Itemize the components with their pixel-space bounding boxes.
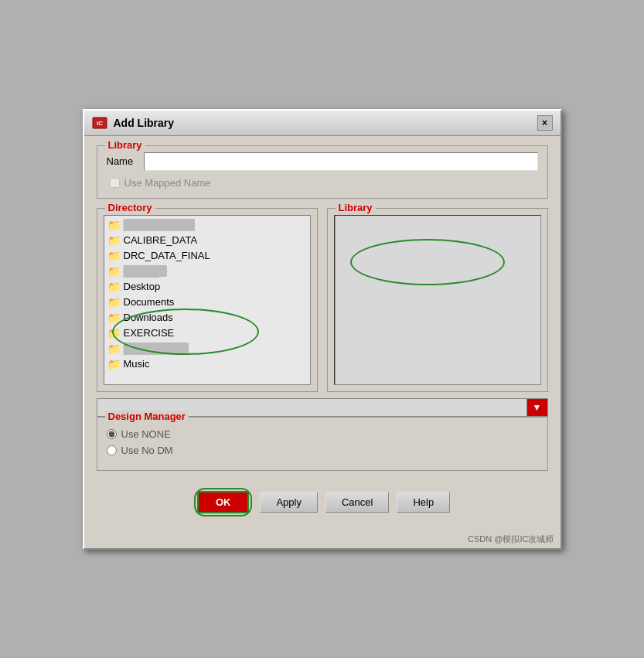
library-pane-label: Library — [336, 202, 376, 213]
folder-icon: 📁 — [107, 327, 121, 339]
use-none-radio[interactable] — [107, 429, 117, 439]
use-mapped-name-row: Use Mapped Name — [110, 177, 538, 189]
dialog-body: Library Name Use Mapped Name Directory — [84, 136, 561, 532]
dialog-title: Add Library — [114, 117, 175, 129]
list-item[interactable]: 📁 Desktop — [104, 279, 310, 295]
close-button[interactable]: × — [537, 115, 553, 131]
divider — [335, 216, 336, 384]
filename: CALIBRE_DATA — [124, 234, 198, 246]
library-section-label: Library — [105, 139, 145, 151]
list-item[interactable]: 📁 EXERCISE — [104, 326, 310, 341]
title-bar: IC Add Library × — [84, 111, 561, 136]
directory-file-list[interactable]: 📁 ██████████ 📁 CALIBRE_DATA 📁 DRC_DATA_F… — [104, 215, 311, 385]
directory-label: Directory — [105, 202, 155, 213]
list-item[interactable]: 📁 Downloads — [104, 310, 310, 326]
app-icon: IC — [92, 115, 107, 131]
folder-icon: 📁 — [107, 234, 121, 247]
library-name-input[interactable] — [144, 152, 538, 171]
help-button[interactable]: Help — [397, 492, 450, 513]
use-no-dm-radio[interactable] — [107, 445, 117, 455]
library-pane[interactable] — [334, 215, 541, 385]
folder-icon: 📁 — [107, 343, 121, 355]
library-oval-annotation — [350, 239, 505, 285]
apply-button[interactable]: Apply — [260, 492, 318, 513]
filename: Desktop — [124, 281, 161, 292]
ok-button[interactable]: OK — [197, 491, 250, 513]
use-none-label: Use NONE — [121, 428, 171, 440]
design-manager-label: Design Manager — [105, 411, 189, 422]
list-item[interactable]: 📁 ██████████ — [104, 217, 310, 233]
blurred-filename: ████████ – — [124, 343, 189, 354]
blurred-filename: █████ – — [124, 265, 168, 277]
cancel-button[interactable]: Cancel — [325, 492, 389, 513]
name-row: Name — [107, 152, 538, 171]
library-pane-section: Library — [327, 208, 548, 392]
watermark: CSDN @模拟IC攻城师 — [84, 532, 561, 548]
filename: DRC_DATA_FINAL — [124, 250, 210, 261]
button-row: OK Apply Cancel Help — [97, 480, 548, 523]
folder-icon: 📁 — [107, 250, 121, 262]
use-mapped-name-checkbox[interactable] — [110, 178, 120, 188]
design-manager-section: Design Manager Use NONE Use No DM — [97, 417, 548, 471]
list-item[interactable]: 📁 █████ – — [104, 264, 310, 279]
name-label: Name — [107, 155, 138, 167]
blurred-filename: ██████████ — [124, 219, 195, 230]
title-bar-left: IC Add Library — [92, 115, 175, 131]
list-item[interactable]: 📁 CALIBRE_DATA — [104, 233, 310, 248]
use-none-row: Use NONE — [107, 428, 538, 440]
list-item[interactable]: 📁 ████████ – — [104, 341, 310, 356]
list-item[interactable]: 📁 DRC_DATA_FINAL — [104, 248, 310, 264]
folder-icon: 📁 — [107, 219, 121, 231]
use-mapped-name-label: Use Mapped Name — [124, 177, 211, 189]
filename: EXERCISE — [124, 327, 175, 339]
list-item[interactable]: 📁 Music — [104, 356, 310, 372]
folder-icon: 📁 — [107, 265, 121, 278]
use-no-dm-label: Use No DM — [121, 445, 173, 456]
file-list-inner: 📁 ██████████ 📁 CALIBRE_DATA 📁 DRC_DATA_F… — [104, 216, 310, 373]
path-dropdown-button[interactable]: ▼ — [526, 398, 548, 417]
library-section: Library Name Use Mapped Name — [97, 145, 548, 199]
svg-text:IC: IC — [97, 120, 103, 127]
folder-icon: 📁 — [107, 312, 121, 324]
add-library-dialog: IC Add Library × Library Name Use Mapped… — [83, 109, 562, 550]
folder-icon: 📁 — [107, 358, 121, 370]
use-no-dm-row: Use No DM — [107, 445, 538, 456]
folder-icon: 📁 — [107, 296, 121, 309]
ok-wrapper: OK — [194, 488, 253, 517]
filename: Music — [124, 358, 150, 370]
filename: Documents — [124, 296, 175, 308]
filename: Downloads — [124, 312, 173, 323]
list-item[interactable]: 📁 Documents — [104, 295, 310, 310]
folder-icon: 📁 — [107, 281, 121, 293]
two-col-section: Directory 📁 ██████████ 📁 CALIBRE_DATA — [97, 208, 548, 392]
directory-section: Directory 📁 ██████████ 📁 CALIBRE_DATA — [97, 208, 318, 392]
